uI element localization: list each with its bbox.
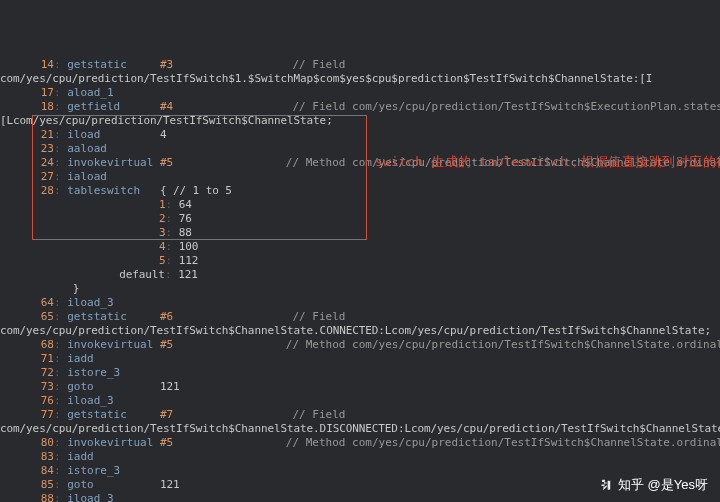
switch-case: 5: 112	[0, 254, 720, 268]
code-line: 18: getfield #4 // Field com/yes/cpu/pre…	[0, 100, 720, 114]
watermark-text: 知乎 @是Yes呀	[618, 478, 708, 492]
code-line: 27: iaload	[0, 170, 720, 184]
code-line: [Lcom/yes/cpu/prediction/TestIfSwitch$Ch…	[0, 114, 720, 128]
switch-case: 1: 64	[0, 198, 720, 212]
code-line: 14: getstatic #3 // Field	[0, 58, 720, 72]
code-line: com/yes/cpu/prediction/TestIfSwitch$1.$S…	[0, 72, 720, 86]
code-line: 71: iadd	[0, 352, 720, 366]
annotation-text: switch 生成的 tableswitch，根据值直接跳到对应的行执行	[375, 155, 720, 169]
code-line: 21: iload 4	[0, 128, 720, 142]
switch-case: 4: 100	[0, 240, 720, 254]
bytecode-listing: 14: getstatic #3 // Fieldcom/yes/cpu/pre…	[0, 56, 720, 502]
code-line: 68: invokevirtual #5 // Method com/yes/c…	[0, 338, 720, 352]
code-line: 77: getstatic #7 // Field	[0, 408, 720, 422]
code-line: 80: invokevirtual #5 // Method com/yes/c…	[0, 436, 720, 450]
code-line: 28: tableswitch { // 1 to 5	[0, 184, 720, 198]
switch-case: 2: 76	[0, 212, 720, 226]
code-line: com/yes/cpu/prediction/TestIfSwitch$Chan…	[0, 324, 720, 338]
code-line: com/yes/cpu/prediction/TestIfSwitch$Chan…	[0, 422, 720, 436]
code-line: 64: iload_3	[0, 296, 720, 310]
code-line: 73: goto 121	[0, 380, 720, 394]
code-line: 65: getstatic #6 // Field	[0, 310, 720, 324]
code-line: 84: istore_3	[0, 464, 720, 478]
switch-case: 3: 88	[0, 226, 720, 240]
code-line: 17: aload_1	[0, 86, 720, 100]
zhihu-icon	[598, 478, 612, 492]
brace-close: }	[0, 282, 720, 296]
code-line: 88: iload_3	[0, 492, 720, 502]
code-line: 72: istore_3	[0, 366, 720, 380]
code-line: 83: iadd	[0, 450, 720, 464]
watermark: 知乎 @是Yes呀	[598, 478, 708, 492]
switch-default: default: 121	[0, 268, 720, 282]
code-line: 76: iload_3	[0, 394, 720, 408]
